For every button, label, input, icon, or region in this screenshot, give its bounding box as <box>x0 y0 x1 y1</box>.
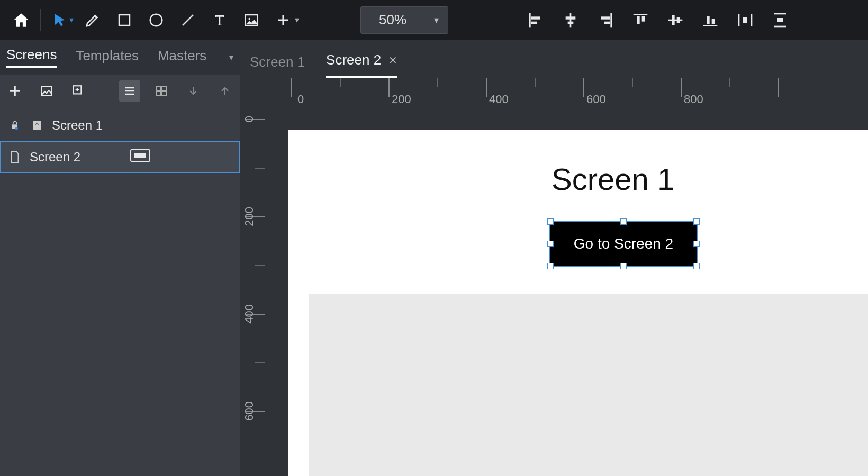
svg-point-4 <box>248 17 250 20</box>
vertical-ruler[interactable]: 0 200 400 600 <box>240 108 274 476</box>
panel-tab-templates[interactable]: Templates <box>76 48 139 67</box>
zoom-selector[interactable]: 50% ▾ <box>360 6 448 34</box>
svg-rect-15 <box>637 16 639 24</box>
canvas-button-element[interactable]: Go to Screen 2 <box>549 221 698 267</box>
panel-tab-screens[interactable]: Screens <box>6 47 57 68</box>
panel-tabs: Screens Templates Masters ▾ <box>0 40 240 75</box>
distribute-h-icon[interactable] <box>732 4 758 36</box>
svg-rect-33 <box>157 91 161 96</box>
resize-handle-tl[interactable] <box>547 218 554 225</box>
resize-handle-br[interactable] <box>693 263 700 269</box>
page-icon <box>7 150 22 164</box>
line-tool-icon[interactable] <box>172 4 204 36</box>
doc-tab-label: Screen 1 <box>250 54 305 70</box>
svg-rect-22 <box>712 19 715 24</box>
ellipse-tool-icon[interactable] <box>140 4 172 36</box>
select-tool-chevron-icon[interactable]: ▾ <box>69 15 74 25</box>
svg-rect-18 <box>672 15 674 25</box>
toolbar-separator <box>40 9 41 31</box>
add-tool-icon[interactable] <box>267 4 299 36</box>
svg-rect-31 <box>157 86 161 90</box>
ruler-label: 600 <box>586 93 606 106</box>
add-image-screen-icon[interactable] <box>36 80 57 102</box>
canvas-title-text[interactable]: Screen 1 <box>551 161 674 197</box>
horizontal-ruler[interactable]: 0 200 400 600 800 <box>274 78 868 108</box>
top-toolbar: ▾ ▾ 50% ▾ <box>0 0 868 40</box>
doc-tab-label: Screen 2 <box>326 52 381 68</box>
svg-rect-25 <box>743 17 747 23</box>
screen-item-2[interactable]: Screen 2 <box>0 141 240 173</box>
image-tool-icon[interactable] <box>236 4 267 36</box>
ruler-label: 0 <box>297 93 304 106</box>
screen-list: Screen 1 Screen 2 <box>0 107 240 476</box>
add-tool-chevron-icon[interactable]: ▾ <box>295 15 299 25</box>
screen-item-1[interactable]: Screen 1 <box>0 109 240 141</box>
ruler-label: 400 <box>489 93 509 106</box>
resize-handle-bc[interactable] <box>620 263 627 269</box>
resize-handle-bl[interactable] <box>547 263 554 269</box>
list-view-icon[interactable] <box>119 80 140 102</box>
close-tab-icon[interactable]: ✕ <box>388 54 397 67</box>
svg-rect-37 <box>33 121 41 130</box>
svg-point-36 <box>15 127 18 130</box>
align-center-h-icon[interactable] <box>557 4 584 36</box>
canvas-placeholder-block[interactable] <box>309 294 868 476</box>
svg-rect-32 <box>162 86 166 90</box>
distribute-v-icon[interactable] <box>767 4 793 36</box>
lock-icon <box>7 118 22 133</box>
resize-handle-mr[interactable] <box>693 241 700 247</box>
svg-rect-13 <box>604 21 610 24</box>
move-up-icon[interactable] <box>214 80 236 102</box>
screen-item-label: Screen 1 <box>52 118 103 133</box>
rectangle-tool-icon[interactable] <box>108 4 140 36</box>
doc-tab-screen1[interactable]: Screen 1 <box>250 54 305 78</box>
add-screen-icon[interactable] <box>4 80 25 102</box>
panel-tab-masters[interactable]: Masters <box>158 48 206 67</box>
ruler-label: 0 <box>242 116 256 122</box>
align-bottom-icon[interactable] <box>697 4 724 36</box>
home-screen-icon <box>30 118 44 133</box>
ruler-label: 200 <box>242 207 256 226</box>
panel-tabs-more-icon[interactable]: ▾ <box>229 52 233 62</box>
svg-rect-9 <box>566 16 576 19</box>
ruler-label: 200 <box>392 93 411 106</box>
resize-handle-ml[interactable] <box>547 241 554 247</box>
home-icon[interactable] <box>5 4 37 36</box>
align-tools <box>522 4 793 36</box>
screen-item-label: Screen 2 <box>30 150 80 164</box>
svg-point-1 <box>150 14 162 26</box>
canvas-wrap: 0 200 400 600 800 0 <box>240 78 868 476</box>
svg-rect-6 <box>531 16 540 19</box>
svg-rect-0 <box>119 15 130 25</box>
workspace: Screen 1 Screen 2 ✕ 0 200 400 600 <box>240 40 868 476</box>
grid-view-icon[interactable] <box>151 80 172 102</box>
left-panel: Screens Templates Masters ▾ <box>0 40 240 476</box>
text-tool-icon[interactable] <box>204 4 236 36</box>
ruler-label: 400 <box>242 304 256 324</box>
document-tabs: Screen 1 Screen 2 ✕ <box>240 40 868 78</box>
pen-tool-icon[interactable] <box>77 4 108 36</box>
svg-rect-28 <box>777 18 783 22</box>
align-left-icon[interactable] <box>522 4 549 36</box>
svg-rect-21 <box>707 16 709 24</box>
svg-line-2 <box>183 15 193 25</box>
duplicate-screen-icon[interactable] <box>68 80 89 102</box>
move-down-icon[interactable] <box>183 80 204 102</box>
panel-toolbar <box>0 75 240 107</box>
align-middle-v-icon[interactable] <box>662 4 689 36</box>
svg-rect-10 <box>568 21 574 24</box>
align-top-icon[interactable] <box>627 4 654 36</box>
svg-rect-39 <box>134 153 146 158</box>
svg-rect-34 <box>162 91 166 96</box>
master-badge-icon <box>130 149 150 165</box>
align-right-icon[interactable] <box>592 4 619 36</box>
canvas[interactable]: Screen 1 Go to Screen 2 <box>288 130 868 476</box>
canvas-button-label: Go to Screen 2 <box>574 235 673 252</box>
resize-handle-tc[interactable] <box>620 218 627 225</box>
ruler-label: 600 <box>242 401 256 421</box>
zoom-chevron-icon[interactable]: ▾ <box>424 14 448 26</box>
resize-handle-tr[interactable] <box>693 218 700 225</box>
svg-rect-7 <box>531 21 537 24</box>
doc-tab-screen2[interactable]: Screen 2 ✕ <box>326 52 397 78</box>
zoom-value[interactable]: 50% <box>361 12 424 28</box>
